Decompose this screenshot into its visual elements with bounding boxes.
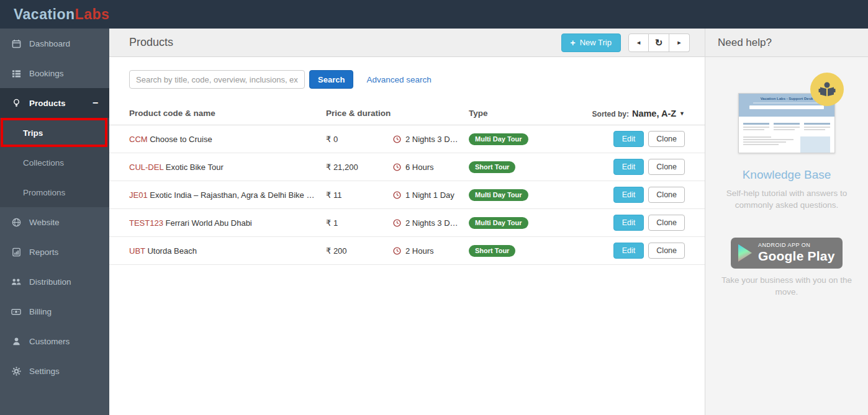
sidebar-item-customers[interactable]: Customers [0, 326, 109, 356]
sidebar-item-bookings[interactable]: Bookings [0, 58, 109, 88]
product-code-link[interactable]: JE01 [129, 190, 148, 200]
product-name-cell: JE01 Exotic India – Rajasthan, Agra & De… [129, 190, 326, 200]
table-row: JE01 Exotic India – Rajasthan, Agra & De… [109, 181, 705, 209]
sidebar-item-label: Reports [29, 248, 58, 257]
edit-button[interactable]: Edit [613, 131, 644, 147]
plus-icon: + [571, 38, 576, 48]
submenu-item-trips[interactable]: Trips [0, 118, 109, 148]
product-name: Ferrari World Abu Dhabi [166, 218, 252, 228]
duration-text: 6 Hours [405, 163, 434, 172]
refresh-button[interactable]: ↻ [649, 33, 669, 52]
sidebar-item-dashboard[interactable]: Dashboard [0, 29, 109, 58]
edit-button[interactable]: Edit [613, 243, 644, 259]
row-actions: Edit Clone [613, 159, 685, 175]
product-name: Exotic Bike Tour [166, 163, 224, 172]
edit-button[interactable]: Edit [613, 215, 644, 231]
next-page-button[interactable]: ▸ [669, 33, 690, 52]
collapse-minus-icon[interactable]: − [93, 97, 98, 109]
sidebar-item-products[interactable]: Products − [0, 88, 109, 118]
top-bar: VacationLabs [0, 0, 868, 29]
new-trip-button[interactable]: + New Trip [561, 33, 621, 52]
duration-cell: 1 Night 1 Day [393, 190, 469, 200]
clone-button[interactable]: Clone [648, 215, 685, 231]
knowledge-base-thumbnail[interactable]: Vacation Labs - Support Desk [738, 93, 835, 153]
sort-dropdown[interactable]: Sorted by: Name, A-Z ▼ [592, 109, 685, 118]
row-actions: Edit Clone [613, 215, 685, 231]
sidebar-item-label: Billing [29, 307, 52, 316]
column-header-name[interactable]: Product code & name [129, 109, 326, 118]
product-name-cell: CUL-DEL Exotic Bike Tour [129, 163, 326, 172]
gear-icon [11, 366, 21, 376]
table-header: Product code & name Price & duration Typ… [109, 102, 705, 125]
clock-icon [393, 219, 401, 227]
clock-icon [393, 191, 401, 199]
product-name-cell: CCM Choose to Cruise [129, 135, 326, 144]
pager-group: ◂ ↻ ▸ [628, 33, 690, 52]
edit-button[interactable]: Edit [613, 187, 644, 203]
column-header-type[interactable]: Type [469, 109, 592, 118]
submenu-item-label: Promotions [23, 188, 65, 197]
knowledge-base-link[interactable]: Knowledge Base [705, 168, 868, 182]
kb-preview-body [739, 117, 834, 153]
search-button[interactable]: Search [309, 70, 353, 89]
vacationlabs-logo[interactable]: VacationLabs [14, 6, 109, 23]
table-row: CUL-DEL Exotic Bike Tour ₹ 21,200 6 Hour… [109, 153, 705, 181]
type-badge: Short Tour [469, 161, 515, 173]
product-code-link[interactable]: UBT [129, 246, 145, 256]
submenu-item-label: Trips [23, 128, 43, 138]
sidebar-item-distribution[interactable]: Distribution [0, 267, 109, 297]
person-icon [11, 336, 21, 346]
duration-cell: 6 Hours [393, 163, 469, 172]
main-content: Products + New Trip ◂ ↻ ▸ Search Advance… [109, 29, 705, 415]
duration-text: 2 Nights 3 D… [405, 135, 458, 144]
kb-preview-subtitle-bar [753, 102, 820, 104]
lightbulb-icon [11, 98, 21, 108]
prev-page-button[interactable]: ◂ [628, 33, 649, 52]
new-trip-label: New Trip [580, 38, 612, 47]
row-actions: Edit Clone [613, 243, 685, 259]
google-play-icon [738, 244, 752, 262]
column-header-price-duration[interactable]: Price & duration [326, 109, 469, 118]
price-cell: ₹ 21,200 [326, 163, 393, 172]
price-cell: ₹ 200 [326, 246, 393, 256]
price-cell: ₹ 11 [326, 190, 393, 200]
duration-cell: 2 Nights 3 D… [393, 218, 469, 228]
duration-text: 2 Hours [405, 246, 434, 256]
type-badge: Short Tour [469, 245, 515, 257]
submenu-item-promotions[interactable]: Promotions [0, 177, 109, 207]
sidebar-item-label: Products [29, 99, 66, 108]
calendar-icon [11, 38, 21, 48]
clone-button[interactable]: Clone [648, 131, 685, 147]
users-group-icon [11, 277, 21, 287]
play-badge-large-text: Google Play [758, 249, 835, 263]
clone-button[interactable]: Clone [648, 243, 685, 259]
product-code-link[interactable]: CUL-DEL [129, 163, 163, 172]
submenu-item-collections[interactable]: Collections [0, 148, 109, 177]
sidebar: Dashboard Bookings Products − Trips Coll… [0, 29, 109, 415]
logo-text-accent: Labs [75, 6, 110, 22]
kb-preview-searchbar [749, 105, 824, 109]
sidebar-item-settings[interactable]: Settings [0, 356, 109, 386]
sidebar-item-reports[interactable]: Reports [0, 237, 109, 267]
row-actions: Edit Clone [613, 131, 685, 147]
clock-icon [393, 163, 401, 171]
globe-icon [11, 217, 21, 227]
refresh-icon: ↻ [655, 37, 663, 48]
product-code-link[interactable]: TEST123 [129, 218, 163, 228]
edit-button[interactable]: Edit [613, 159, 644, 175]
duration-text: 1 Night 1 Day [405, 190, 454, 200]
sidebar-item-label: Bookings [29, 69, 64, 78]
list-icon [11, 68, 21, 78]
report-file-icon [11, 247, 21, 257]
advanced-search-link[interactable]: Advanced search [366, 75, 431, 84]
sidebar-item-website[interactable]: Website [0, 207, 109, 237]
sidebar-item-label: Dashboard [29, 39, 70, 48]
clone-button[interactable]: Clone [648, 187, 685, 203]
search-input[interactable] [129, 70, 305, 89]
product-code-link[interactable]: CCM [129, 135, 148, 144]
clock-icon [393, 135, 401, 143]
google-play-badge[interactable]: ANDROID APP ON Google Play [731, 238, 843, 269]
clone-button[interactable]: Clone [648, 159, 685, 175]
sidebar-item-billing[interactable]: Billing [0, 297, 109, 326]
type-badge: Multi Day Tour [469, 217, 528, 229]
